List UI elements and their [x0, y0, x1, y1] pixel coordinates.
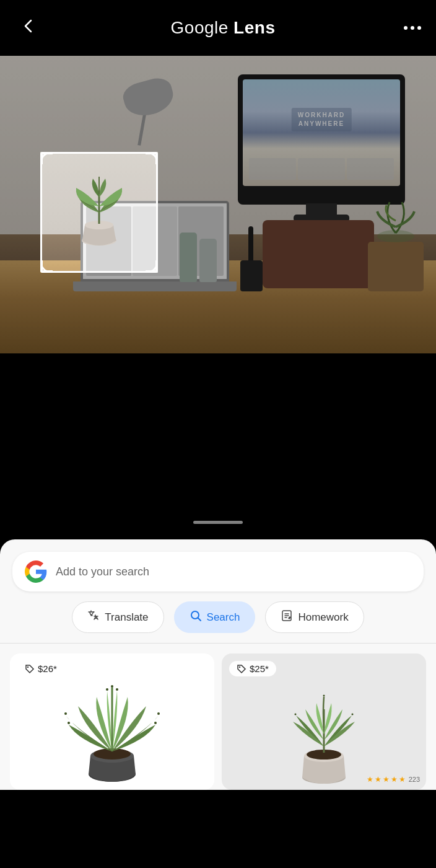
translate-icon [87, 609, 100, 625]
svg-point-27 [323, 695, 325, 697]
review-count: 223 [409, 776, 420, 783]
title-bold: Lens [233, 18, 275, 37]
svg-line-7 [198, 618, 201, 621]
svg-point-18 [106, 688, 108, 691]
svg-point-13 [64, 712, 67, 715]
price-tag-icon-2 [237, 664, 246, 674]
homework-label: Homework [298, 611, 348, 624]
plant-selection-box [40, 152, 158, 273]
svg-point-19 [116, 688, 118, 691]
search-pill-icon [190, 609, 202, 625]
star-5-half: ★ [399, 775, 406, 784]
google-logo [25, 560, 47, 583]
search-bar[interactable]: Add to your search [12, 552, 424, 591]
dim-right [158, 56, 436, 353]
svg-point-14 [157, 712, 160, 715]
product-card-1[interactable]: $26* [10, 653, 214, 790]
homework-icon [281, 609, 293, 625]
back-button[interactable] [15, 12, 42, 44]
svg-point-25 [295, 714, 297, 715]
product-card-2[interactable]: $25* [222, 653, 426, 790]
svg-point-26 [352, 714, 354, 715]
translate-pill[interactable]: Translate [72, 601, 164, 633]
search-pill[interactable]: Search [174, 601, 256, 633]
price-badge-1: $26* [17, 661, 64, 676]
star-3: ★ [383, 775, 390, 784]
svg-point-9 [27, 666, 28, 667]
price-badge-2: $25* [229, 661, 276, 676]
rating-row: ★ ★ ★ ★ ★ 223 [367, 775, 420, 784]
star-2: ★ [375, 775, 381, 784]
star-1: ★ [367, 775, 373, 784]
svg-point-20 [239, 666, 240, 667]
homework-pill[interactable]: Homework [265, 601, 364, 633]
search-placeholder: Add to your search [56, 565, 411, 578]
svg-point-16 [154, 722, 157, 724]
app-title: Google Lens [171, 18, 276, 38]
star-4: ★ [391, 775, 398, 784]
title-regular: Google [171, 18, 234, 37]
product-grid: $26* [0, 653, 436, 790]
more-menu-button[interactable] [404, 26, 421, 30]
svg-point-15 [68, 722, 70, 724]
search-label: Search [207, 611, 240, 624]
main-image: WORKHARD ANYWHERE [0, 56, 436, 353]
product-2-price: $25* [250, 663, 269, 674]
price-tag-icon-1 [25, 664, 35, 674]
svg-point-17 [111, 685, 113, 688]
translate-label: Translate [105, 611, 148, 624]
bottom-panel: Add to your search Translate Sear [0, 539, 436, 790]
dim-bottom [40, 273, 158, 353]
dim-left [0, 56, 40, 353]
selected-plant [71, 175, 127, 250]
section-divider [0, 643, 436, 644]
scroll-indicator [193, 521, 243, 524]
dim-top [40, 56, 158, 152]
product-1-price: $26* [38, 663, 57, 674]
top-bar: Google Lens [0, 0, 436, 56]
plant-svg [71, 175, 127, 250]
action-pills: Translate Search Homework [12, 601, 424, 633]
bottom-black-bar [0, 353, 436, 533]
